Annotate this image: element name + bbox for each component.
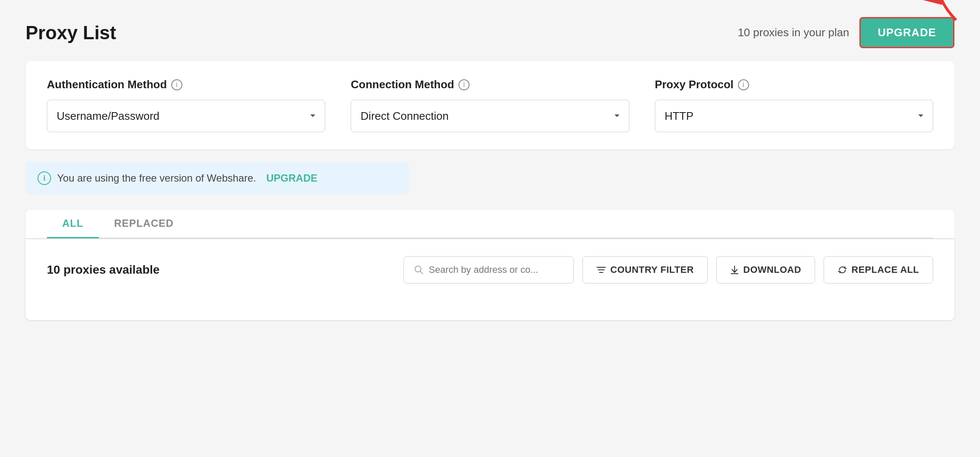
search-input-wrap[interactable] [404,256,574,283]
list-header: 10 proxies available [47,256,933,283]
proxies-count: 10 proxies available [47,263,160,277]
list-section: 10 proxies available [26,239,954,320]
tabs: ALL REPLACED [47,210,933,238]
download-icon [730,265,739,275]
connection-method-col: Connection Method i Direct Connection Ro… [351,78,629,132]
auth-method-col: Authentication Method i Username/Passwor… [47,78,325,132]
auth-method-label-row: Authentication Method i [47,78,325,91]
banner-info-icon: i [37,171,51,185]
replace-all-button[interactable]: REPLACE ALL [824,256,933,283]
auth-method-select[interactable]: Username/Password IP Whitelist [47,100,325,132]
header-right: 10 proxies in your plan UPGRADE [738,17,954,48]
country-filter-label: COUNTRY FILTER [610,264,694,275]
proxy-protocol-info-icon[interactable]: i [738,79,749,90]
proxy-protocol-col: Proxy Protocol i HTTP HTTPS SOCKS5 [655,78,933,132]
tabs-bar: ALL REPLACED [26,210,954,239]
filter-icon [597,266,606,274]
tab-all[interactable]: ALL [47,210,99,238]
search-icon [414,265,424,275]
download-button[interactable]: DOWNLOAD [716,256,815,283]
refresh-icon [838,265,847,275]
proxy-protocol-label: Proxy Protocol [655,78,734,91]
search-input[interactable] [429,264,563,275]
banner-upgrade-link[interactable]: UPGRADE [266,172,317,184]
config-row: Authentication Method i Username/Passwor… [47,78,933,132]
list-actions: COUNTRY FILTER DOWNLOAD [404,256,933,283]
connection-method-select[interactable]: Direct Connection Rotating [351,100,629,132]
connection-method-info-icon[interactable]: i [458,79,470,90]
arrow-annotation [912,0,967,26]
auth-method-label: Authentication Method [47,78,167,91]
header: Proxy List 10 proxies in your plan UPGRA… [26,17,954,48]
download-label: DOWNLOAD [743,264,801,275]
free-version-banner: i You are using the free version of Webs… [26,162,409,194]
connection-method-label: Connection Method [351,78,454,91]
plan-text: 10 proxies in your plan [738,26,849,39]
connection-method-label-row: Connection Method i [351,78,629,91]
proxy-protocol-select[interactable]: HTTP HTTPS SOCKS5 [655,100,933,132]
replace-all-label: REPLACE ALL [851,264,919,275]
proxy-protocol-label-row: Proxy Protocol i [655,78,933,91]
country-filter-button[interactable]: COUNTRY FILTER [582,256,708,283]
tab-replaced[interactable]: REPLACED [99,210,189,238]
banner-text: You are using the free version of Websha… [57,172,256,184]
svg-line-2 [421,272,423,274]
proxy-list-section: ALL REPLACED 10 proxies available [26,210,954,320]
config-card: Authentication Method i Username/Passwor… [26,61,954,149]
auth-method-info-icon[interactable]: i [171,79,182,90]
page-title: Proxy List [26,22,116,43]
